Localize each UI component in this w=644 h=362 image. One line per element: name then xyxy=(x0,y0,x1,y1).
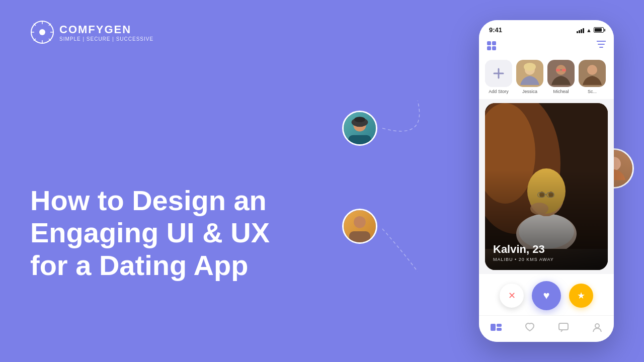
left-section: G COMFYGEN SIMPLE | SECURE | SUCCESSIVE … xyxy=(0,0,362,362)
nav-home[interactable] xyxy=(486,320,506,335)
svg-point-16 xyxy=(354,216,366,228)
close-icon: ✕ xyxy=(508,290,516,301)
status-time: 9:41 xyxy=(489,26,502,34)
status-bar: 9:41 ▲ xyxy=(479,20,614,37)
sc-avatar xyxy=(579,60,606,87)
float-avatar-top xyxy=(342,111,377,146)
svg-point-31 xyxy=(587,65,597,75)
logo-tagline: SIMPLE | SECURE | SUCCESSIVE xyxy=(59,36,153,42)
jessica-avatar xyxy=(516,60,543,87)
dislike-button[interactable]: ✕ xyxy=(500,284,524,308)
svg-point-50 xyxy=(595,324,599,328)
profile-name: Kalvin, 23 xyxy=(493,243,554,256)
nav-profile[interactable] xyxy=(587,320,607,335)
svg-rect-49 xyxy=(559,323,568,330)
svg-rect-27 xyxy=(556,69,560,71)
svg-rect-17 xyxy=(349,231,370,244)
svg-text:G: G xyxy=(41,31,44,35)
status-icons: ▲ xyxy=(577,27,604,33)
jessica-label: Jessica xyxy=(522,89,537,94)
profile-location: MALIBU • 20 KMS AWAY xyxy=(493,257,554,262)
nav-likes[interactable] xyxy=(520,320,540,335)
phone-mockup: 9:41 ▲ xyxy=(479,20,614,342)
signal-icon xyxy=(577,27,584,33)
add-story-label: Add Story xyxy=(489,89,509,94)
svg-rect-28 xyxy=(562,69,566,71)
sc-label: Sc... xyxy=(588,89,597,94)
headline-line2: Engaging UI & UX xyxy=(30,217,332,249)
bottom-nav xyxy=(479,315,614,342)
svg-rect-46 xyxy=(491,324,496,331)
float-avatar-bottom xyxy=(342,209,377,244)
filter-icon[interactable] xyxy=(597,41,606,51)
headline: How to Design an Engaging UI & UX for a … xyxy=(30,185,332,282)
story-micheal[interactable]: Micheal xyxy=(547,60,575,94)
logo-name: COMFYGEN xyxy=(59,23,153,36)
svg-point-14 xyxy=(354,117,365,122)
story-jessica[interactable]: Jessica xyxy=(516,60,543,94)
star-icon: ★ xyxy=(577,290,585,301)
micheal-label: Micheal xyxy=(553,89,569,94)
profile-info: Kalvin, 23 MALIBU • 20 KMS AWAY xyxy=(493,243,554,262)
wifi-icon: ▲ xyxy=(586,27,592,33)
svg-rect-48 xyxy=(497,328,502,331)
like-button[interactable]: ♥ xyxy=(532,281,561,310)
micheal-avatar xyxy=(547,60,575,87)
headline-line1: How to Design an xyxy=(30,185,332,217)
app-header xyxy=(479,37,614,55)
stories-row: Add Story Jessica xyxy=(479,55,614,99)
grid-icon[interactable] xyxy=(487,41,496,50)
profile-card: Kalvin, 23 MALIBU • 20 KMS AWAY xyxy=(485,103,608,270)
story-add[interactable]: Add Story xyxy=(485,60,512,94)
battery-icon xyxy=(594,27,604,33)
svg-rect-47 xyxy=(497,324,502,327)
svg-point-24 xyxy=(524,63,536,71)
heart-icon: ♥ xyxy=(543,289,549,302)
add-story-avatar xyxy=(485,60,512,87)
comfygen-logo-icon: G xyxy=(30,20,54,44)
headline-line3: for a Dating App xyxy=(30,249,332,282)
superlike-button[interactable]: ★ xyxy=(569,284,593,308)
logo-area: G COMFYGEN SIMPLE | SECURE | SUCCESSIVE xyxy=(30,20,332,44)
nav-messages[interactable] xyxy=(553,320,574,335)
logo-text: COMFYGEN SIMPLE | SECURE | SUCCESSIVE xyxy=(59,23,153,42)
story-sc[interactable]: Sc... xyxy=(579,60,606,94)
action-buttons: ✕ ♥ ★ xyxy=(479,274,614,315)
